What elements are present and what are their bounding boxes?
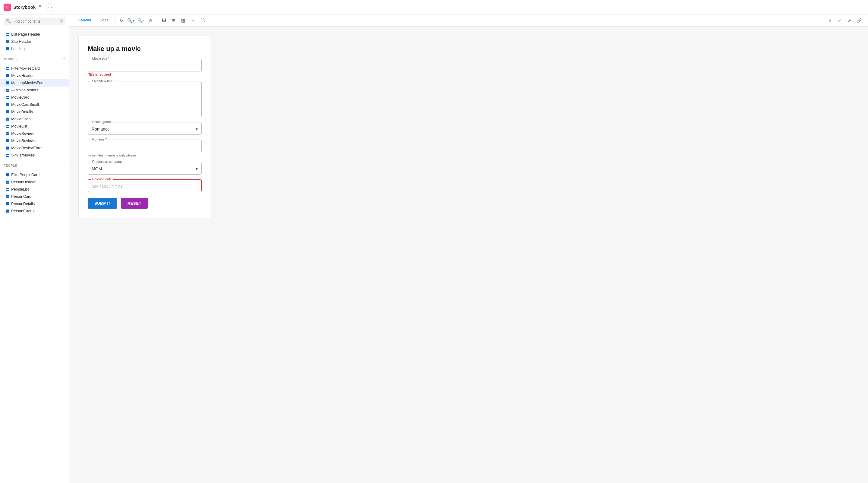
sidebar-item-person-details[interactable]: ›PersonDetails — [0, 200, 69, 207]
people-items: ›FilterPeopleCard ›PersonHeader ›PeopleL… — [0, 169, 69, 217]
arrow-icon: › — [4, 139, 4, 143]
movies-section-title: MOVIES — [4, 58, 17, 61]
sidebar-item-label: MadeupMoviesForm — [11, 81, 45, 85]
external-link-button[interactable]: ↗ — [845, 16, 854, 25]
grid-icon — [6, 118, 9, 121]
sidebar-item-person-header[interactable]: ›PersonHeader — [0, 179, 69, 186]
toolbar-divider-2 — [157, 18, 157, 24]
sidebar-item-label: Loading — [11, 47, 25, 51]
sidebar-item-movie-details[interactable]: ›MovieDetails — [0, 108, 69, 116]
arrow-icon: › — [4, 181, 4, 184]
tab-canvas[interactable]: Canvas — [74, 16, 95, 25]
sidebar-item-movie-review[interactable]: ›MovieReview — [0, 130, 69, 137]
fullscreen-button[interactable]: ⛶ — [198, 16, 207, 25]
grid-icon — [6, 96, 9, 99]
overview-group: Overview text * — [88, 81, 202, 117]
storybook-logo: S — [4, 4, 11, 11]
sidebar-item-label: MovieDetails — [11, 110, 33, 114]
tab-docs[interactable]: Docs — [96, 16, 112, 25]
sidebar-item-movie-list[interactable]: ›MovieList — [0, 123, 69, 130]
runtime-group: Runtime * In minutes, numbers only pleas… — [88, 140, 202, 157]
people-section-toggle[interactable]: ⌃ — [63, 164, 65, 168]
grid-icon — [6, 67, 9, 70]
zoom-out-button[interactable]: 🔍- — [136, 16, 145, 25]
image-button[interactable]: 🖼 — [160, 16, 168, 25]
movies-section-toggle[interactable]: ⌃ — [63, 57, 65, 61]
overview-input[interactable] — [92, 86, 198, 110]
arrow-icon: › — [4, 147, 4, 150]
link-button[interactable]: 🔗 — [855, 16, 863, 25]
sidebar-item-list-page-header[interactable]: › List Page Header — [0, 31, 69, 38]
top-bar: S Storybook ··· — [0, 0, 868, 14]
sidebar-item-label: MovieFilterUI — [11, 117, 33, 121]
sidebar-item-movie-review-form[interactable]: ›MovieReviewForm — [0, 144, 69, 152]
movie-title-input[interactable] — [92, 63, 198, 68]
sidebar-item-person-filter-ui[interactable]: ›PersonFilterUI — [0, 207, 69, 215]
sidebar-item-all-movie-posters[interactable]: ›AllMoviePosters — [0, 87, 69, 94]
genre-select-wrap: Romance Action Comedy Drama Horror Sci-F… — [92, 127, 198, 131]
sidebar-item-label: MovieCard — [11, 95, 29, 99]
sidebar-item-label: MovieCardSmall — [11, 102, 39, 107]
sidebar-item-filter-people-card[interactable]: ›FilterPeopleCard — [0, 171, 69, 179]
sidebar-item-movie-card[interactable]: ›MovieCard — [0, 94, 69, 101]
search-input[interactable] — [13, 19, 58, 24]
reset-button[interactable]: RESET — [121, 198, 148, 209]
expand-button[interactable]: ⤢ — [835, 16, 844, 25]
sidebar-item-site-header[interactable]: › Site Header — [0, 38, 69, 45]
toolbar-divider — [115, 18, 115, 24]
more-button[interactable]: ··· — [46, 3, 54, 11]
sidebar-item-movie-reviews[interactable]: ›MovieReviews — [0, 137, 69, 144]
grid-icon — [6, 82, 9, 84]
refresh-button[interactable]: ↻ — [117, 16, 126, 25]
arrow-icon: › — [4, 210, 4, 213]
release-date-input[interactable] — [92, 184, 198, 189]
sidebar-item-person-card[interactable]: ›PersonCard — [0, 193, 69, 200]
grid-icon — [6, 147, 9, 150]
arrow-icon: › — [4, 154, 4, 157]
release-date-field: Release date — [88, 179, 202, 192]
form-card: Make up a movie Movie title * Title is r… — [79, 36, 211, 218]
zoom-in-button[interactable]: 🔍+ — [127, 16, 135, 25]
release-date-label: Release date — [91, 177, 113, 181]
button-row: SUBMIT RESET — [88, 198, 202, 209]
desktop-button[interactable]: 🖥 — [826, 16, 834, 25]
logo-area: S Storybook — [4, 4, 41, 11]
zoom-reset-button[interactable]: ⊙ — [146, 16, 155, 25]
sidebar-item-movie-filter-ui[interactable]: ›MovieFilterUI — [0, 116, 69, 123]
sidebar-item-movie-card-small[interactable]: ›MovieCardSmall — [0, 101, 69, 108]
submit-button[interactable]: SUBMIT — [88, 198, 117, 209]
sidebar-item-loading[interactable]: › Loading — [0, 45, 69, 53]
arrow-icon: › — [4, 82, 4, 85]
search-input-wrap[interactable]: 🔍 / — [4, 18, 65, 25]
sidebar-item-label: PersonDetails — [11, 202, 35, 206]
sidebar-item-label: FilterPeopleCard — [11, 173, 39, 177]
measure-button[interactable]: ↔ — [189, 16, 197, 25]
sidebar-item-label: MovieReviews — [11, 139, 36, 143]
grid-icon — [6, 40, 9, 43]
grid-icon — [6, 125, 9, 128]
arrow-icon: › — [4, 173, 4, 177]
movies-section-header: MOVIES ⌃ — [0, 55, 69, 62]
sidebar-item-label: SimilarMovies — [11, 153, 35, 157]
layout-button[interactable]: ▦ — [179, 16, 187, 25]
sidebar-item-movie-header[interactable]: ›MovieHeader — [0, 72, 69, 79]
grid-icon — [6, 181, 9, 184]
movie-title-hint: Title is required — [88, 73, 202, 76]
form-title: Make up a movie — [88, 45, 202, 53]
app-name: Storybook — [13, 4, 36, 10]
sidebar-item-similar-movies[interactable]: ›SimilarMovies — [0, 152, 69, 159]
grid-icon — [6, 210, 9, 213]
production-company-select[interactable]: MGM Warner Bros Universal Paramount Disn… — [92, 167, 198, 171]
movie-title-label: Movie title * — [91, 57, 111, 60]
sidebar-item-people-list[interactable]: ›PeopleList — [0, 186, 69, 193]
grid-button[interactable]: ⊞ — [169, 16, 178, 25]
sidebar-item-filter-movies-card[interactable]: ›FilterMoviesCard — [0, 65, 69, 72]
grid-icon — [6, 132, 9, 135]
grid-icon — [6, 89, 9, 92]
runtime-input[interactable] — [92, 144, 198, 149]
sidebar-item-label: MovieHeader — [11, 73, 33, 78]
sidebar-item-madeup-movies-form[interactable]: ›MadeupMoviesForm — [0, 79, 69, 87]
production-company-field: Production company MGM Warner Bros Unive… — [88, 162, 202, 175]
genre-select[interactable]: Romance Action Comedy Drama Horror Sci-F… — [92, 127, 198, 131]
arrow-icon: › — [4, 125, 4, 128]
